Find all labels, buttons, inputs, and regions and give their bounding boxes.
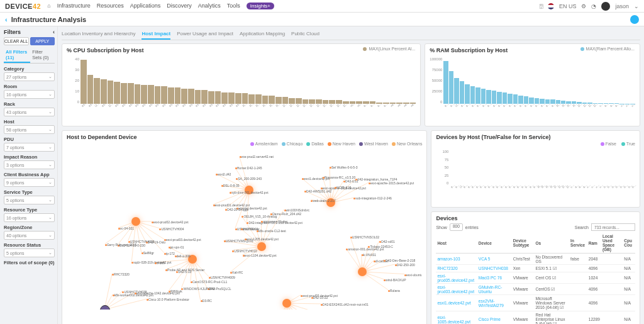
nav-discovery[interactable]: Discovery <box>167 3 192 9</box>
table-row[interactable]: esxi-prod03.device42.pvtGMulvin-RC-Ubunt… <box>436 284 635 295</box>
network-graph[interactable]: esxi-prod02.device42.pvtUSNHCTVH4009D42-… <box>67 146 422 310</box>
table-row[interactable]: esxi-1005.device42.pvtCisco PrimeVMwareR… <box>436 311 635 325</box>
username[interactable]: jason <box>615 3 629 9</box>
table-row[interactable]: amazon-103VCA 5ChrisTestNo Discovered OS… <box>436 254 635 265</box>
col-header[interactable]: Device Subtype <box>512 233 535 254</box>
network-node-label: D3-RC <box>203 299 212 303</box>
bar[interactable] <box>87 75 94 104</box>
svg-line-23 <box>287 303 321 304</box>
bar[interactable] <box>443 61 448 104</box>
col-header[interactable]: In Service <box>569 233 587 254</box>
filters-scope[interactable]: Filters out of scope (0) <box>4 260 55 265</box>
network-node-label: esxi-1104.device42.pvt <box>245 254 277 257</box>
tab-public-cloud[interactable]: Public Cloud <box>291 29 319 40</box>
settings-icon[interactable]: ⚙ <box>581 3 586 9</box>
help-icon[interactable]: ⍰ <box>540 3 543 9</box>
network-hub[interactable] <box>282 299 291 308</box>
filter-select-region-zone[interactable]: 40 options <box>4 231 55 240</box>
network-hub[interactable] <box>358 267 367 276</box>
nav-infrastructure[interactable]: Infrastructure <box>57 3 91 9</box>
locale-label[interactable]: EN US <box>559 3 577 9</box>
bar[interactable] <box>94 78 100 104</box>
main: Filters‹ CLEAR ALL APPLY All Filters (11… <box>0 26 644 324</box>
nav-home-icon[interactable]: ⌂ <box>47 3 50 9</box>
tab-power-usage-and-impact[interactable]: Power Usage and Impact <box>177 29 233 40</box>
network-node-label: NCIS_110 <box>336 186 351 189</box>
network-node-label: D42-250-200 <box>397 263 415 267</box>
devhost-chart[interactable]: 1007550250esxi-prod02esxi-prod01USNHCTV-… <box>436 147 635 204</box>
col-header[interactable]: Os <box>534 233 569 254</box>
filter-select-service-type[interactable]: 5 options <box>4 196 55 204</box>
collapse-icon[interactable]: ‹ <box>53 29 55 35</box>
filter-label: Resource Type <box>4 207 55 213</box>
network-node-label: esxi-1205.device42.pvt <box>247 237 279 241</box>
nav-tools[interactable]: Tools <box>227 3 240 9</box>
bar[interactable] <box>454 78 458 104</box>
filter-select-category[interactable]: 27 options <box>4 72 55 81</box>
network-node-label: Demo-Rulz_204.d42 <box>272 212 301 216</box>
network-node-label: jst-vpn-01 <box>170 245 184 249</box>
avatar[interactable] <box>601 2 610 11</box>
network-hub[interactable] <box>257 242 266 251</box>
network-node-label: D42-Dev-Base-2-218 <box>386 259 415 262</box>
ram-chart[interactable]: 1000007500050000250000esxi-prod02esxi-pr… <box>430 55 635 123</box>
filter-select-resource-type[interactable]: 16 options <box>4 213 55 222</box>
col-header[interactable]: Cpu Cou <box>623 233 635 254</box>
filter-select-pdu[interactable]: 7 options <box>4 143 55 152</box>
col-header[interactable]: Host <box>436 233 477 254</box>
col-header[interactable]: Device <box>477 233 512 254</box>
subheader: ‹ Infrastructure Analysis <box>0 13 644 26</box>
network-node-label: esxi-prod01.device42.pvt <box>215 203 250 207</box>
pagesize-select[interactable]: 800 <box>450 223 463 231</box>
tab-host-impact[interactable]: Host Impact <box>142 29 170 40</box>
tab-application-mapping[interactable]: Application Mapping <box>240 29 285 40</box>
search-input[interactable] <box>591 223 635 231</box>
filter-select-room[interactable]: 16 options <box>4 90 55 99</box>
notifications-icon[interactable]: ◔ <box>591 3 596 9</box>
svg-line-82 <box>240 156 249 190</box>
bar[interactable] <box>449 71 453 104</box>
apply-button[interactable]: APPLY <box>30 37 55 45</box>
col-header[interactable]: Local Used Space (GB) <box>601 233 623 254</box>
ram-legend: MAX(Ram Percent Allo... <box>586 47 635 51</box>
user-menu-chevron-icon[interactable]: ⌄ <box>634 3 639 9</box>
locale-flag-icon <box>548 3 554 9</box>
filter-select-rack[interactable]: 43 options <box>4 108 55 116</box>
tab-all-filters[interactable]: All Filters (11) <box>4 48 30 63</box>
logo[interactable]: DEVICE42 <box>5 3 41 10</box>
nav-analytics[interactable]: Analytics <box>198 3 221 9</box>
nav-applications[interactable]: Applications <box>130 3 161 9</box>
filter-select-resource-status[interactable]: 5 options <box>4 249 55 257</box>
bar[interactable] <box>101 79 107 104</box>
network-node-label: scott-15-5-2-189 <box>130 309 153 310</box>
clear-all-button[interactable]: CLEAR ALL <box>4 37 29 45</box>
back-icon[interactable]: ‹ <box>5 16 8 23</box>
page-title: Infrastructure Analysis <box>11 16 86 23</box>
favorite-icon[interactable] <box>630 15 639 24</box>
tab-location-inventory-and-hierarchy[interactable]: Location Inventory and Hierarchy <box>62 29 135 40</box>
network-hub[interactable] <box>131 217 140 226</box>
svg-line-24 <box>136 221 164 253</box>
bar[interactable] <box>465 84 469 104</box>
content-tabs: Location Inventory and HierarchyHost Imp… <box>62 29 640 40</box>
table-row[interactable]: esxi-prod05.device42.pvtMaci3 PC 76VMwar… <box>436 272 635 284</box>
bar[interactable] <box>80 60 87 104</box>
network-node-label: USNHCTVNSOL02 <box>352 235 379 239</box>
insights-pill[interactable]: Insights+ <box>247 3 274 9</box>
tab-filter-sets[interactable]: Filter Sets (0) <box>30 48 55 63</box>
svg-line-44 <box>330 167 331 203</box>
bar[interactable] <box>460 81 464 104</box>
filter-select-impact-reason[interactable]: 3 options <box>4 160 55 169</box>
panel-devices: Devices Show 800 entries Search HostDevi… <box>431 211 640 324</box>
table-row[interactable]: RHC72320USNHCTVH038XenESXi 5.1 ☑4096N/A <box>436 265 635 272</box>
network-node-label: Tickets-22453-C <box>370 245 393 249</box>
cpu-chart[interactable]: 403020100esxi-prod02esxi-prod01USNHCTV-0… <box>67 55 416 123</box>
col-header[interactable]: Ram <box>587 233 601 254</box>
network-node-label: Kali-RC <box>232 271 243 274</box>
network-node-label: DSL-0-8-35 <box>223 184 240 187</box>
nav-resources[interactable]: Resources <box>97 3 124 9</box>
filter-select-client-business-app[interactable]: 9 options <box>4 178 55 187</box>
filter-select-host[interactable]: 58 options <box>4 125 55 134</box>
table-row[interactable]: esxi1.device42.pvtesx2VM-WinTestAI279VMw… <box>436 295 635 311</box>
network-node-label: dell-a-206 <box>177 254 191 258</box>
